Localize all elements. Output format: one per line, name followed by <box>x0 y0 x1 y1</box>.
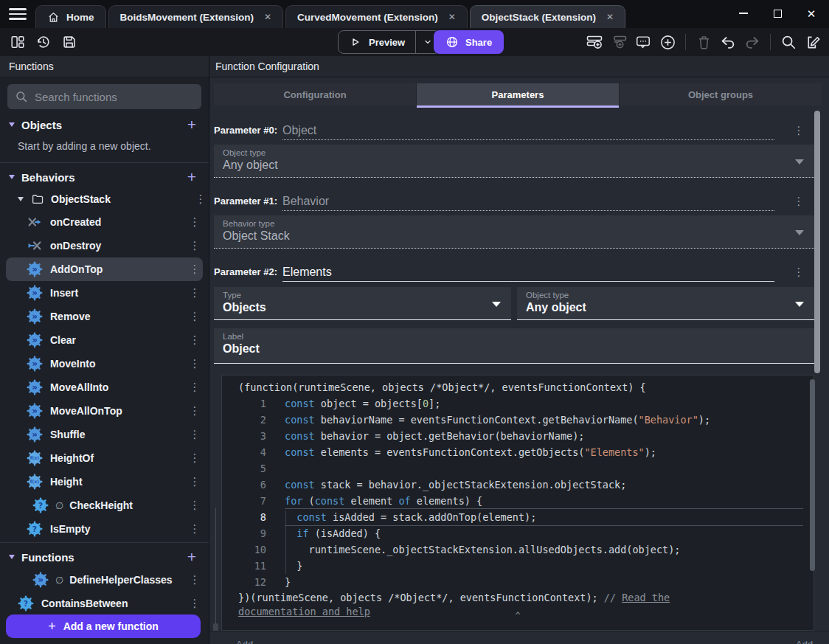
parameter-menu-icon[interactable]: ⋮ <box>791 266 807 282</box>
item-menu-icon[interactable]: ⋮ <box>187 215 203 229</box>
preview-button-main[interactable]: Preview <box>339 31 415 53</box>
documentation-link[interactable]: documentation and help <box>238 606 370 617</box>
add-new-function-button[interactable]: + Add a new function <box>6 614 201 638</box>
item-menu-icon[interactable]: ⋮ <box>187 573 203 586</box>
tab-home[interactable]: Home <box>35 5 106 28</box>
add-function-icon[interactable]: + <box>184 550 200 564</box>
undo-icon[interactable] <box>719 33 737 51</box>
add-subevent-icon[interactable] <box>610 33 628 51</box>
item-menu-icon[interactable]: ⋮ <box>187 428 203 441</box>
item-menu-icon[interactable]: ⋮ <box>187 451 203 465</box>
code-line-4[interactable]: 4const elements = eventsFunctionContext.… <box>222 444 814 460</box>
behavior-item-addontop[interactable]: »AddOnTop⋮ <box>6 257 203 281</box>
code-scrollbar[interactable] <box>810 379 815 571</box>
tab-close-icon[interactable]: ✕ <box>448 12 456 22</box>
version-history-icon[interactable] <box>35 33 52 51</box>
behavior-item-moveallinto[interactable]: »MoveAllInto⋮ <box>6 375 203 399</box>
parameter-2-name-field[interactable]: Elements <box>282 266 774 282</box>
item-menu-icon[interactable]: ⋮ <box>187 263 203 276</box>
add-circle-icon[interactable] <box>659 33 676 51</box>
code-line-2[interactable]: 2const behaviorName = eventsFunctionCont… <box>222 412 814 428</box>
code-line-1[interactable]: 1const object = objects[0]; <box>222 395 814 412</box>
section-objects[interactable]: Objects + <box>0 114 209 136</box>
tab-objectstack-extension[interactable]: ObjectStack (Extension)✕ <box>470 5 625 28</box>
code-line-6[interactable]: 6const stack = behavior._objectStackExte… <box>222 477 814 493</box>
minimize-icon[interactable] <box>736 6 751 21</box>
item-menu-icon[interactable]: ⋮ <box>187 310 203 323</box>
search-functions-box[interactable] <box>7 84 201 109</box>
fn-item-definehelperclasses[interactable]: »∅DefineHelperClasses⋮ <box>6 568 203 592</box>
item-menu-icon[interactable]: ⋮ <box>187 381 203 394</box>
search-icon[interactable] <box>780 33 797 51</box>
item-menu-icon[interactable]: ⋮ <box>187 333 203 347</box>
behavior-item-ondestroy[interactable]: onDestroy⋮ <box>6 234 203 257</box>
chevron-down-icon[interactable] <box>18 197 24 201</box>
parameter-menu-icon[interactable]: ⋮ <box>791 195 807 211</box>
save-icon[interactable] <box>60 33 78 51</box>
add-object-icon[interactable]: + <box>184 117 200 132</box>
code-line-5[interactable]: 5 <box>222 460 814 477</box>
expand-caret-icon[interactable]: ^ <box>515 608 520 624</box>
behavior-group-objectstack[interactable]: ObjectStack ⋮ <box>0 188 209 210</box>
item-menu-icon[interactable]: ⋮ <box>187 475 203 488</box>
tab-close-icon[interactable]: ✕ <box>606 12 614 22</box>
behavior-item-isempty[interactable]: ?IsEmpty⋮ <box>6 517 203 541</box>
parameter-1-name-field[interactable]: Behavior <box>282 195 774 211</box>
add-event-icon[interactable] <box>586 33 603 51</box>
item-menu-icon[interactable]: ⋮ <box>192 193 209 206</box>
preview-button[interactable]: Preview <box>338 30 440 54</box>
parameter-menu-icon[interactable]: ⋮ <box>791 124 807 140</box>
delete-icon[interactable] <box>695 33 712 51</box>
behavior-item-moveallontop[interactable]: »MoveAllOnTop⋮ <box>6 399 203 423</box>
item-menu-icon[interactable]: ⋮ <box>187 597 203 610</box>
behavior-item-height[interactable]: f(x)Height⋮ <box>6 470 203 494</box>
behavior-item-oncreated[interactable]: onCreated⋮ <box>6 210 203 234</box>
tab-parameters[interactable]: Parameters <box>417 83 620 105</box>
code-line-8[interactable]: 8 const isAdded = stack.addOnTop(element… <box>222 509 814 525</box>
behavior-item-moveinto[interactable]: »MoveInto⋮ <box>6 352 203 375</box>
add-behavior-icon[interactable]: + <box>184 170 200 184</box>
add-comment-icon[interactable] <box>634 33 652 51</box>
hamburger-menu-icon[interactable] <box>9 8 27 20</box>
code-line-10[interactable]: 10 runtimeScene._objectStackExtension.al… <box>222 541 814 558</box>
behavior-item-insert[interactable]: »Insert⋮ <box>6 281 203 305</box>
parameter-2-type-select[interactable]: Type Objects <box>214 287 511 320</box>
code-line-11[interactable]: 11 } <box>222 558 814 574</box>
chevron-down-icon[interactable] <box>9 122 15 127</box>
parameter-0-name-field[interactable]: Object <box>282 124 774 140</box>
code-line-3[interactable]: 3const behavior = object.getBehavior(beh… <box>222 428 814 444</box>
item-menu-icon[interactable]: ⋮ <box>187 239 203 252</box>
parameter-1-behavior-type-select[interactable]: Behavior type Object Stack <box>214 215 814 249</box>
javascript-code-editor[interactable]: (function(runtimeScene, objects /*Object… <box>221 375 814 631</box>
behavior-item-heightof[interactable]: f(x)HeightOf⋮ <box>6 446 203 470</box>
code-line-7[interactable]: 7for (const element of elements) { <box>222 493 814 509</box>
close-icon[interactable]: ✕ <box>804 6 819 21</box>
tab-curvedmovement-extension[interactable]: CurvedMovement (Extension)✕ <box>285 5 468 28</box>
item-menu-icon[interactable]: ⋮ <box>187 499 203 512</box>
behavior-item-remove[interactable]: »Remove⋮ <box>6 305 203 328</box>
code-line-9[interactable]: 9 if (isAdded) { <box>222 525 814 541</box>
item-menu-icon[interactable]: ⋮ <box>187 357 203 370</box>
documentation-link[interactable]: Read the <box>622 592 670 603</box>
fn-item-containsbetween[interactable]: ?ContainsBetween⋮ <box>6 592 203 615</box>
tab-boidsmovement-extension[interactable]: BoidsMovement (Extension)✕ <box>108 5 284 28</box>
section-functions[interactable]: Functions + <box>0 546 209 568</box>
tab-configuration[interactable]: Configuration <box>214 83 417 105</box>
maximize-icon[interactable] <box>770 6 785 21</box>
parameters-scrollbar[interactable] <box>814 111 820 373</box>
parameter-2-label-input[interactable]: Label Object <box>214 328 814 364</box>
item-menu-icon[interactable]: ⋮ <box>187 286 203 300</box>
parameter-2-object-type-select[interactable]: Object type Any object <box>517 287 814 320</box>
edit-extension-icon[interactable] <box>804 33 822 51</box>
layout-panels-icon[interactable] <box>9 33 27 51</box>
item-menu-icon[interactable]: ⋮ <box>187 522 203 536</box>
chevron-down-icon[interactable] <box>9 175 15 179</box>
behavior-item-checkheight[interactable]: ?∅CheckHeight⋮ <box>6 494 203 517</box>
code-line-12[interactable]: 12} <box>222 574 814 590</box>
tab-close-icon[interactable]: ✕ <box>264 12 271 22</box>
behavior-item-clear[interactable]: »Clear⋮ <box>6 328 203 352</box>
share-button[interactable]: Share <box>434 30 504 54</box>
tab-object-groups[interactable]: Object groups <box>620 83 822 105</box>
redo-icon[interactable] <box>743 33 761 51</box>
search-functions-input[interactable] <box>35 91 194 103</box>
